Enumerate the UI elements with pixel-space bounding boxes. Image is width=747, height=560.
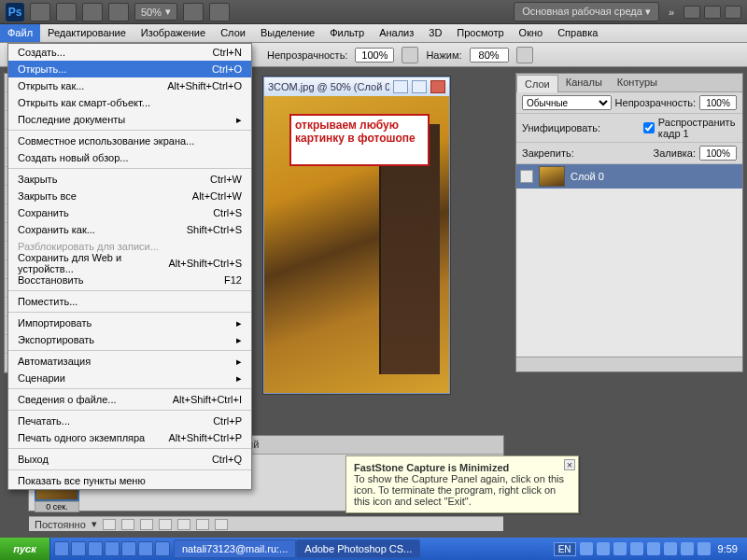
menu-item[interactable]: Сохранить для Web и устройств...Alt+Shif… <box>8 255 251 272</box>
titlebar-button[interactable] <box>183 3 204 21</box>
first-frame-button[interactable] <box>103 519 116 530</box>
frame-delay[interactable]: 0 сек. <box>35 501 79 512</box>
layer-opacity-input[interactable] <box>699 95 737 110</box>
opacity-input[interactable] <box>355 48 394 63</box>
tray-icon[interactable] <box>647 542 660 555</box>
play-button[interactable] <box>140 519 153 530</box>
menu-item[interactable]: Автоматизация▸ <box>8 353 251 370</box>
menu-изображение[interactable]: Изображение <box>134 24 213 42</box>
menu-item[interactable]: Сохранить как...Shift+Ctrl+S <box>8 221 251 238</box>
zoom-level-dropdown[interactable]: 50%▾ <box>134 3 177 21</box>
language-indicator[interactable]: EN <box>554 542 576 556</box>
window-close-button[interactable] <box>725 6 741 19</box>
menu-item[interactable]: Экспортировать▸ <box>8 331 251 348</box>
taskbar-item[interactable]: natali73123@mail.ru:... <box>174 539 296 558</box>
doc-maximize-button[interactable] <box>412 80 427 93</box>
menu-item[interactable]: Показать все пункты меню <box>8 472 251 489</box>
unify-icon[interactable] <box>617 121 627 134</box>
blend-mode-select[interactable]: Обычные <box>522 95 612 110</box>
menu-анализ[interactable]: Анализ <box>372 24 421 42</box>
menu-справка[interactable]: Справка <box>550 24 605 42</box>
lock-pixels-icon[interactable] <box>578 147 591 160</box>
menu-просмотр[interactable]: Просмотр <box>449 24 511 42</box>
titlebar-button[interactable] <box>30 3 50 21</box>
menu-item[interactable]: ВыходCtrl+Q <box>8 451 251 468</box>
layer-row[interactable]: Слой 0 <box>516 164 742 189</box>
window-minimize-button[interactable] <box>684 6 700 19</box>
quick-launch-icon[interactable] <box>88 541 103 556</box>
menu-окно[interactable]: Окно <box>512 24 551 42</box>
new-frame-button[interactable] <box>196 519 209 530</box>
delete-frame-button[interactable] <box>215 519 228 530</box>
tray-icon[interactable] <box>597 542 610 555</box>
quick-launch-icon[interactable] <box>54 541 69 556</box>
tray-icon[interactable] <box>681 542 694 555</box>
visibility-eye-icon[interactable] <box>520 170 533 183</box>
quick-launch-icon[interactable] <box>155 541 170 556</box>
taskbar-item[interactable]: Adobe Photoshop CS... <box>296 539 420 558</box>
document-titlebar[interactable]: 3COM.jpg @ 50% (Слой 0, RG... <box>264 77 449 96</box>
window-restore-button[interactable] <box>704 6 721 19</box>
menu-item[interactable]: Открыть как...Alt+Shift+Ctrl+O <box>8 77 251 94</box>
start-button[interactable]: пуск <box>0 538 50 560</box>
airbrush-icon[interactable] <box>516 47 533 63</box>
menu-item[interactable]: ЗакрытьCtrl+W <box>8 171 251 188</box>
menu-фильтр[interactable]: Фильтр <box>322 24 372 42</box>
tab-paths[interactable]: Контуры <box>610 74 665 91</box>
doc-minimize-button[interactable] <box>393 80 408 93</box>
expand-icon[interactable]: » <box>665 7 678 18</box>
menu-item[interactable]: Сценарии▸ <box>8 370 251 386</box>
flow-input[interactable] <box>470 48 509 63</box>
quick-launch-icon[interactable] <box>71 541 86 556</box>
menu-item[interactable]: Сведения о файле...Alt+Shift+Ctrl+I <box>8 391 251 408</box>
menu-item[interactable]: Печать одного экземпляраAlt+Shift+Ctrl+P <box>8 429 251 446</box>
fill-input[interactable] <box>699 146 737 161</box>
menu-item[interactable]: Последние документы▸ <box>8 111 251 128</box>
unify-icon[interactable] <box>604 121 613 134</box>
menu-item[interactable]: Импортировать▸ <box>8 315 251 331</box>
menu-item[interactable]: Открыть...Ctrl+O <box>8 61 251 77</box>
tray-icon[interactable] <box>698 542 711 555</box>
menu-выделение[interactable]: Выделение <box>253 24 322 42</box>
tab-channels[interactable]: Каналы <box>558 74 610 91</box>
menu-item[interactable]: Открыть как смарт-объект... <box>8 94 251 111</box>
tween-button[interactable] <box>177 519 190 530</box>
quick-launch-icon[interactable] <box>105 541 120 556</box>
loop-mode[interactable]: Постоянно <box>35 519 86 530</box>
tray-icon[interactable] <box>664 542 677 555</box>
quick-launch-icon[interactable] <box>138 541 153 556</box>
taskbar-clock[interactable]: 9:59 <box>714 543 741 554</box>
titlebar-button[interactable] <box>209 3 230 21</box>
tray-icon[interactable] <box>613 542 627 555</box>
menu-item[interactable]: СохранитьCtrl+S <box>8 204 251 221</box>
menu-item[interactable]: Создать...Ctrl+N <box>8 44 251 61</box>
workspace-switcher[interactable]: Основная рабочая среда ▾ <box>514 2 659 21</box>
lock-position-icon[interactable] <box>595 147 608 160</box>
layer-name[interactable]: Слой 0 <box>571 171 604 182</box>
tray-icon[interactable] <box>580 542 593 555</box>
tab-layers[interactable]: Слои <box>516 75 558 92</box>
lock-all-icon[interactable] <box>612 147 625 160</box>
menu-слои[interactable]: Слои <box>213 24 253 42</box>
menu-3d[interactable]: 3D <box>421 24 449 42</box>
tooltip-close-button[interactable]: × <box>564 459 575 470</box>
menu-item[interactable]: Создать новый обзор... <box>8 149 251 166</box>
flow-icon[interactable] <box>402 47 418 63</box>
menu-item[interactable]: Совместное использование экрана... <box>8 133 251 149</box>
menu-item[interactable]: Печатать...Ctrl+P <box>8 413 251 429</box>
menu-редактирование[interactable]: Редактирование <box>40 24 134 42</box>
titlebar-button[interactable] <box>56 3 77 21</box>
titlebar-button[interactable] <box>108 3 129 21</box>
next-frame-button[interactable] <box>159 519 172 530</box>
titlebar-button[interactable] <box>82 3 103 21</box>
tray-icon[interactable] <box>630 542 643 555</box>
quick-launch-icon[interactable] <box>121 541 136 556</box>
propagate-checkbox[interactable] <box>643 120 655 135</box>
unify-icon[interactable] <box>630 121 640 134</box>
doc-close-button[interactable] <box>430 80 445 93</box>
menu-файл[interactable]: Файл <box>0 24 40 42</box>
prev-frame-button[interactable] <box>121 519 134 530</box>
menu-item[interactable]: Поместить... <box>8 293 251 310</box>
layer-thumbnail[interactable] <box>539 166 565 187</box>
menu-item[interactable]: Закрыть всеAlt+Ctrl+W <box>8 188 251 204</box>
